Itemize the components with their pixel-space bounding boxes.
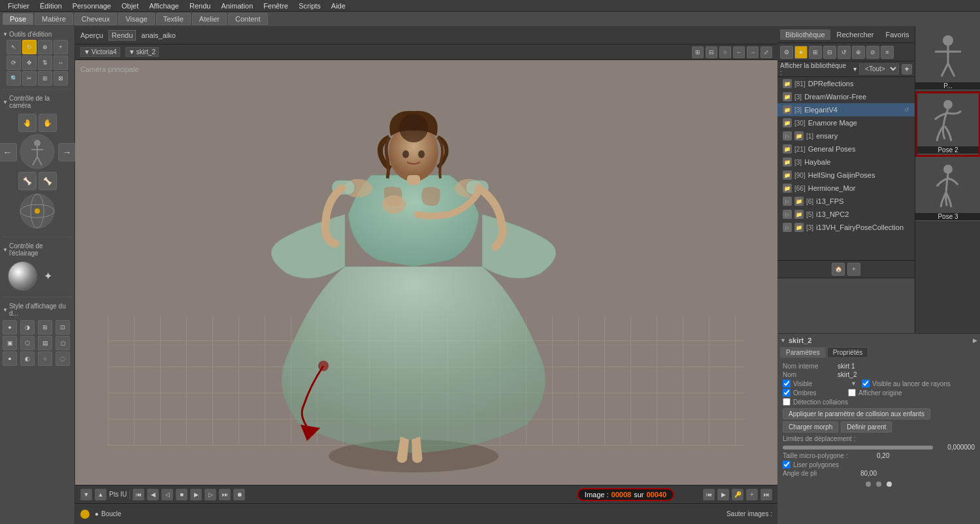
tab-atelier[interactable]: Atelier (192, 13, 227, 25)
lib-bottom-scene[interactable]: 🏠 (832, 263, 845, 276)
ds-btn-2[interactable]: ◑ (20, 320, 35, 335)
vp-icon-2[interactable]: ⊟ (706, 46, 717, 58)
tool-rotate[interactable]: ↻ (22, 40, 37, 54)
cam-right-arrow[interactable]: → (58, 143, 76, 161)
dot-1[interactable] (866, 482, 871, 487)
tool-b3[interactable]: ⇅ (38, 56, 52, 70)
lib-item-4[interactable]: ▷ 📁 [1] ensary (777, 129, 915, 142)
lib-tool-3[interactable]: ⊞ (809, 46, 822, 59)
props-triangle[interactable]: ▼ (780, 337, 786, 344)
cam-body-svg[interactable] (20, 134, 56, 170)
ds-btn-12[interactable]: ◌ (56, 352, 70, 366)
tl-r4[interactable]: ⏭ (760, 489, 772, 500)
lib-item-11[interactable]: ▷ 📁 [3] i13VH_FairyPoseCollection (777, 221, 915, 234)
menu-objet[interactable]: Objet (116, 2, 144, 10)
tl-r3[interactable]: + (746, 489, 758, 500)
vp-icon-1[interactable]: ⊞ (692, 46, 704, 58)
tl-prev-frame[interactable]: ◀ (147, 489, 159, 500)
lib-tab-rechercher[interactable]: Rechercher (832, 29, 879, 40)
props-expand[interactable]: ▶ (973, 337, 977, 344)
tl-next-frame[interactable]: ▷ (204, 489, 216, 500)
lib-tool-6[interactable]: ⊕ (852, 46, 865, 59)
ds-btn-5[interactable]: ▣ (3, 336, 17, 350)
lib-item-10[interactable]: ▷ 📁 [5] i13_NPC2 (777, 208, 915, 221)
lib-tab-favoris[interactable]: Favoris (880, 29, 914, 40)
cam-left-arm[interactable]: 🦴 (18, 172, 37, 190)
cam-right-hand[interactable]: ✋ (39, 114, 57, 132)
object1-dropdown[interactable]: ▼ Victoria4 (80, 47, 120, 57)
lib-item-7[interactable]: 📁 [90] HellSing GaijinPoses (777, 169, 915, 182)
tool-arrow[interactable]: ↖ (7, 40, 21, 54)
props-tab-parametres[interactable]: Paramètres (780, 347, 826, 358)
props-tab-proprietes[interactable]: Propriétés (827, 347, 869, 358)
ds-btn-10[interactable]: ◐ (20, 352, 35, 366)
limites-slider[interactable] (783, 446, 933, 450)
tab-cheveux[interactable]: Cheveux (74, 13, 117, 25)
vp-icon-4[interactable]: ← (733, 46, 745, 58)
tab-content[interactable]: Content (228, 13, 268, 25)
lib-item-6[interactable]: 📁 [3] Haybale (777, 156, 915, 169)
tl-r2[interactable]: ▶ (717, 489, 729, 500)
afficher-origine-checkbox[interactable] (848, 389, 856, 397)
tl-play-back[interactable]: ◁ (161, 489, 173, 500)
lib-item-3[interactable]: 📁 [30] Enamore Mage (777, 116, 915, 129)
menu-fichier[interactable]: Fichier (3, 2, 35, 10)
tab-visage[interactable]: Visage (118, 13, 154, 25)
viewport-canvas[interactable]: Caméra principale (75, 60, 777, 485)
tl-record[interactable]: ⏺ (233, 489, 245, 500)
cam-left-arrow[interactable]: ← (0, 143, 17, 161)
dot-3[interactable] (887, 482, 892, 487)
tool-add[interactable]: + (54, 40, 68, 54)
lib-tool-2[interactable]: ★ (794, 46, 808, 59)
filter-dropdown-arrow[interactable]: ▼ (852, 66, 858, 73)
cam-orbit-svg[interactable] (20, 193, 56, 229)
menu-fenetre[interactable]: Fenêtre (258, 2, 293, 10)
object2-dropdown[interactable]: ▼ skirt_2 (125, 47, 159, 57)
cam-left-hand[interactable]: 🤚 (18, 114, 37, 132)
ds-btn-1[interactable]: ● (3, 320, 17, 335)
lib-tool-1[interactable]: ⚙ (780, 46, 793, 59)
vp-icon-expand[interactable]: ⤢ (760, 46, 772, 58)
visible-dropdown[interactable]: ▼ (851, 380, 857, 387)
lib-item-5[interactable]: 📁 [21] General Poses (777, 142, 915, 156)
ds-btn-11[interactable]: ○ (38, 352, 52, 366)
tool-c4[interactable]: ⊠ (54, 71, 68, 86)
lib-tool-4[interactable]: ⊟ (823, 46, 836, 59)
lib-filter-select[interactable]: <Tout> (859, 63, 899, 74)
tl-skip-end[interactable]: ⏭ (219, 489, 231, 500)
tool-b4[interactable]: ↔ (54, 56, 68, 70)
lib-item-1[interactable]: 📁 [3] DreamWarrior-Free (777, 90, 915, 103)
lib-item-2[interactable]: 📁 [3] ElegantV4 ↺ (777, 103, 915, 116)
visible-checkbox[interactable] (783, 380, 791, 387)
tool-b2[interactable]: ✥ (22, 56, 37, 70)
tl-skip-start[interactable]: ⏮ (133, 489, 144, 500)
apply-collision-btn[interactable]: Appliquer le paramètre de collision aux … (783, 408, 930, 419)
tl-play-fwd[interactable]: ▶ (190, 489, 202, 500)
tl-expand-btn-2[interactable]: ▲ (95, 489, 106, 500)
ds-btn-4[interactable]: ⊡ (56, 320, 70, 335)
tool-c1[interactable]: 🔍 (7, 71, 21, 86)
lib-item-0[interactable]: 📁 [81] DPReflections (777, 77, 915, 90)
detection-checkbox[interactable] (783, 398, 791, 406)
lib-item-8[interactable]: 📁 [66] Hermione_Mor (777, 182, 915, 195)
cam-right-arm[interactable]: 🦴 (39, 172, 57, 190)
rendu-dropdown[interactable]: Rendu (108, 30, 136, 41)
lib-tab-bibliotheque[interactable]: Bibliothèque (780, 29, 830, 40)
light-ball[interactable] (8, 261, 37, 291)
thumb-item-2[interactable]: Pose 3 (915, 157, 980, 222)
ds-btn-3[interactable]: ⊞ (38, 320, 52, 335)
lib-item-9[interactable]: ▷ 📁 [6] i13_FPS (777, 195, 915, 208)
ds-btn-8[interactable]: ◻ (56, 336, 70, 350)
tool-c3[interactable]: ⊞ (38, 71, 52, 86)
vp-icon-3[interactable]: ○ (719, 46, 731, 58)
menu-edition[interactable]: Édition (35, 2, 67, 10)
tl-key[interactable]: 🔑 (732, 489, 743, 500)
menu-animation[interactable]: Animation (216, 2, 258, 10)
tab-textile[interactable]: Textile (156, 13, 191, 25)
tl-stop[interactable]: ■ (176, 489, 188, 500)
thumb-item-1[interactable]: Pose 2 (915, 91, 980, 157)
visible-rayons-checkbox[interactable] (862, 380, 870, 387)
tool-scale[interactable]: ⊕ (38, 40, 52, 54)
menu-scripts[interactable]: Scripts (293, 2, 326, 10)
menu-aide[interactable]: Aide (326, 2, 351, 10)
